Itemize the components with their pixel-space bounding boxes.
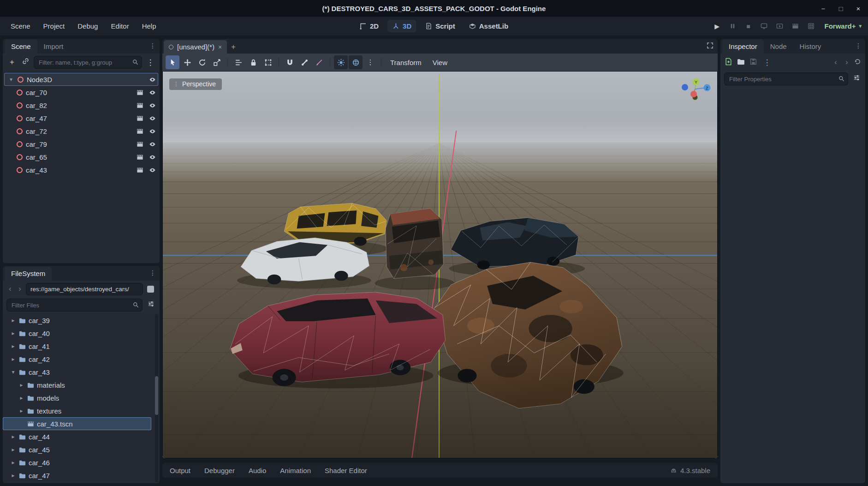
select-tool-button[interactable] [166, 55, 179, 69]
dock-options-icon[interactable]: ⋮ [149, 269, 156, 276]
menu-scene[interactable]: Scene [6, 20, 36, 32]
bottom-tab-animation[interactable]: Animation [280, 467, 311, 474]
fs-item-car_46[interactable]: ▸car_46 [3, 456, 160, 469]
movie-maker-button[interactable] [804, 19, 818, 33]
toggle-split-mode-icon[interactable] [147, 286, 154, 293]
open-instanced-scene-icon[interactable] [137, 154, 143, 161]
fs-item-car_48[interactable]: ▸car_48 [3, 482, 160, 483]
scrollbar-thumb[interactable] [155, 376, 158, 415]
resource-options-icon[interactable]: ⋮ [762, 58, 772, 67]
menu-debug[interactable]: Debug [72, 20, 103, 32]
bottom-tab-debugger[interactable]: Debugger [204, 467, 235, 474]
stop-button[interactable]: ■ [742, 19, 755, 33]
pause-button[interactable] [726, 19, 740, 33]
maximize-button[interactable]: □ [837, 5, 845, 12]
current-path[interactable]: res://game_objects/destroyed_cars/ [26, 283, 143, 295]
remote-debug-button[interactable] [757, 19, 771, 33]
caret-down-icon[interactable]: ▾ [10, 369, 16, 375]
instance-scene-button[interactable] [20, 58, 30, 67]
new-scene-tab-button[interactable]: + [231, 42, 236, 52]
snap-toggle-button[interactable] [283, 55, 297, 69]
dock-options-icon[interactable]: ⋮ [855, 42, 862, 49]
open-instanced-scene-icon[interactable] [137, 115, 143, 122]
transform-menu[interactable]: Transform [385, 59, 427, 66]
visibility-icon[interactable] [149, 76, 156, 83]
open-instanced-scene-icon[interactable] [137, 102, 143, 109]
visibility-icon[interactable] [149, 167, 156, 174]
fs-item-car_43[interactable]: ▾car_43 [3, 366, 160, 378]
caret-right-icon[interactable]: ▸ [10, 343, 16, 349]
version-info[interactable]: 4.3.stable [670, 467, 710, 474]
history-forward-icon[interactable]: › [16, 285, 24, 293]
history-back-icon[interactable]: ‹ [832, 58, 839, 66]
scene-tree-options-icon[interactable]: ⋮ [145, 58, 155, 67]
fs-item-car_39[interactable]: ▸car_39 [3, 314, 160, 327]
menu-project[interactable]: Project [38, 20, 70, 32]
open-instanced-scene-icon[interactable] [137, 141, 143, 148]
paint-tool-button[interactable] [312, 55, 326, 69]
scene-node-row[interactable]: car_70 [3, 86, 160, 99]
filesystem-scrollbar[interactable] [155, 314, 158, 482]
move-tool-button[interactable] [180, 55, 194, 69]
open-instanced-scene-icon[interactable] [137, 128, 143, 135]
dock-options-icon[interactable]: ⋮ [149, 42, 156, 49]
sort-files-button[interactable] [146, 300, 156, 310]
caret-right-icon[interactable]: ▸ [18, 395, 24, 401]
history-back-icon[interactable]: ‹ [6, 285, 14, 293]
fs-item-car_40[interactable]: ▸car_40 [3, 327, 160, 340]
tab-import[interactable]: Import [37, 40, 70, 54]
add-node-button[interactable]: + [7, 58, 17, 67]
preview-environment-toggle[interactable] [349, 55, 363, 69]
visibility-icon[interactable] [149, 128, 156, 135]
distraction-free-icon[interactable] [707, 42, 713, 50]
close-tab-icon[interactable]: × [218, 43, 222, 51]
lock-selected-button[interactable] [246, 55, 260, 69]
caret-down-icon[interactable]: ▾ [8, 76, 14, 83]
caret-right-icon[interactable]: ▸ [10, 446, 16, 453]
preview-sun-toggle[interactable] [334, 55, 348, 69]
scene-node-row[interactable]: car_82 [3, 99, 160, 112]
scene-tab-unsaved[interactable]: [unsaved](*) × [164, 40, 227, 54]
object-history-button[interactable] [854, 58, 861, 66]
caret-right-icon[interactable]: ▸ [10, 472, 16, 479]
play-button[interactable]: ▶ [710, 19, 724, 33]
open-instanced-scene-icon[interactable] [137, 89, 143, 96]
tab-inspector[interactable]: Inspector [722, 40, 764, 54]
open-instanced-scene-icon[interactable] [137, 167, 143, 174]
visibility-icon[interactable] [149, 102, 156, 109]
view-name-button[interactable]: ⋮ Perspective [169, 78, 222, 90]
workspace-tab-3d[interactable]: 3D [387, 20, 416, 32]
scene-node-root[interactable]: ▾ Node3D [4, 73, 158, 86]
fs-item-car_42[interactable]: ▸car_42 [3, 353, 160, 366]
new-resource-button[interactable] [725, 58, 732, 67]
caret-right-icon[interactable]: ▸ [10, 459, 16, 466]
tab-filesystem[interactable]: FileSystem [5, 267, 52, 281]
fs-item-car_43-tscn[interactable]: car_43.tscn [3, 417, 151, 430]
x-axis-ball[interactable] [690, 91, 697, 97]
group-selected-button[interactable] [261, 55, 275, 69]
sun-environment-options-icon[interactable]: ⋮ [363, 55, 377, 69]
close-button[interactable]: × [854, 5, 862, 12]
neg-z-axis-ball[interactable] [682, 84, 688, 90]
bottom-tab-output[interactable]: Output [170, 467, 190, 474]
axis-gizmo[interactable]: Y Z [678, 74, 713, 103]
scene-node-row[interactable]: car_43 [3, 163, 160, 176]
caret-right-icon[interactable]: ▸ [10, 317, 16, 324]
inspector-filter-input[interactable] [724, 72, 848, 85]
fs-item-car_45[interactable]: ▸car_45 [3, 443, 160, 456]
menu-help[interactable]: Help [137, 20, 161, 32]
property-tools-button[interactable] [851, 74, 862, 84]
scene-filter-input[interactable] [34, 56, 142, 69]
tab-history[interactable]: History [793, 40, 828, 54]
visibility-icon[interactable] [149, 141, 156, 148]
fs-item-materials[interactable]: ▸materials [3, 378, 160, 391]
fs-item-car_47[interactable]: ▸car_47 [3, 469, 160, 482]
viewport-3d-scene[interactable] [163, 72, 717, 458]
caret-right-icon[interactable]: ▸ [18, 408, 24, 414]
renderer-dropdown[interactable]: Forward+ ▾ [825, 22, 862, 30]
rotate-tool-button[interactable] [195, 55, 209, 69]
scene-node-row[interactable]: car_65 [3, 150, 160, 163]
fs-item-textures[interactable]: ▸textures [3, 404, 160, 417]
play-scene-button[interactable] [773, 19, 787, 33]
tab-node[interactable]: Node [764, 40, 793, 54]
